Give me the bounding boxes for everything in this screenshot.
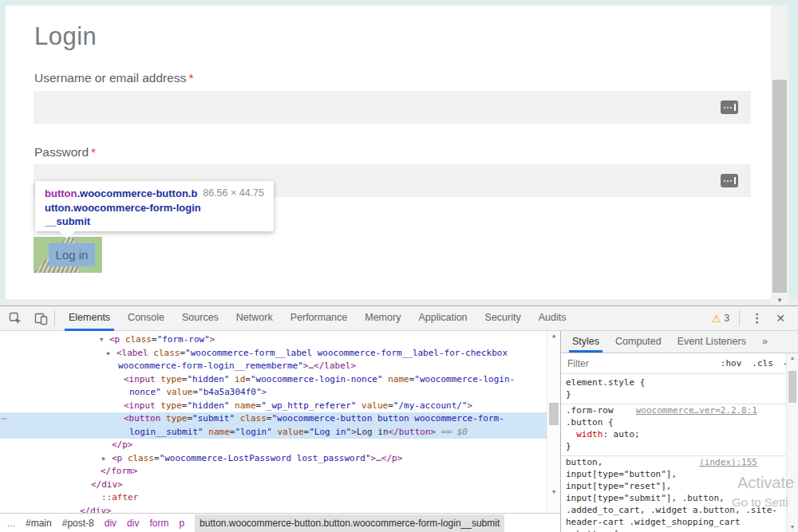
elements-panel: ▼<p class="form-row">▶<label class="wooc…: [0, 331, 560, 513]
elements-tree-line[interactable]: </div>: [0, 479, 560, 492]
node-options-icon[interactable]: ⋯: [2, 412, 6, 426]
expand-icon[interactable]: ▶: [102, 452, 112, 466]
tooltip-arrow: [59, 231, 75, 238]
devtools-toolbar: ElementsConsoleSourcesNetworkPerformance…: [0, 306, 798, 331]
elements-tree-line[interactable]: </form>: [0, 465, 560, 479]
devtools-tab-security[interactable]: Security: [476, 306, 530, 331]
style-rule-line[interactable]: button,(index):155: [566, 456, 789, 468]
style-rule-line[interactable]: .added_to_cart, .widget a.button, .site-: [566, 504, 789, 516]
elements-tree-line[interactable]: ▼<p class="form-row">: [0, 333, 560, 347]
elements-tree-line[interactable]: woocommerce-form-login__rememberme">…</l…: [0, 360, 560, 373]
password-label: Password*: [34, 145, 96, 160]
sidebar-more-tabs-icon[interactable]: »: [754, 331, 776, 353]
login-button[interactable]: Log in: [34, 237, 102, 273]
toolbar-divider: [54, 310, 55, 326]
device-toolbar-icon[interactable]: [30, 308, 51, 329]
style-rule-line[interactable]: input[type="reset"],: [566, 480, 789, 492]
breadcrumb-item[interactable]: ...: [7, 518, 15, 529]
style-rule-line[interactable]: header-cart .widget_shopping_cart: [566, 516, 789, 528]
stylesheet-source-link[interactable]: woocommerce…ver=2.2.8:1: [636, 404, 757, 416]
scrollbar-thumb[interactable]: [788, 371, 796, 403]
collapse-icon[interactable]: ▼: [100, 333, 109, 347]
page-bottom-strip: [0, 299, 798, 305]
breadcrumb-item[interactable]: #post-8: [62, 518, 94, 529]
style-rule-line[interactable]: .form-rowwoocommerce…ver=2.2.8:1: [566, 404, 789, 416]
elements-tree-line[interactable]: <input type="hidden" id="woocommerce-log…: [0, 373, 560, 387]
style-rule: .form-rowwoocommerce…ver=2.2.8:1.button …: [561, 404, 789, 456]
style-rule-line[interactable]: }: [566, 388, 789, 400]
devtools-tab-sources[interactable]: Sources: [173, 306, 227, 331]
page-content: [6, 6, 771, 299]
required-marker: *: [91, 145, 96, 159]
elements-tree-line[interactable]: ▶<label class="woocommerce-form__label w…: [0, 347, 560, 361]
breadcrumb-item[interactable]: div: [127, 518, 139, 529]
devtools-tab-application[interactable]: Application: [409, 306, 476, 331]
scroll-up-icon[interactable]: ▲: [787, 355, 798, 361]
devtools-tab-audits[interactable]: Audits: [530, 306, 575, 331]
elements-tree-line[interactable]: nonce" value="b4a5a304f0">: [0, 386, 560, 400]
devtools-tab-elements[interactable]: Elements: [60, 306, 119, 331]
credentials-icon[interactable]: [721, 174, 738, 187]
breadcrumb-item[interactable]: p: [179, 518, 184, 529]
elements-tree-line[interactable]: ⋯<button type="submit" class="woocommerc…: [0, 412, 560, 426]
tooltip-tag: button: [45, 187, 77, 199]
warning-count[interactable]: 3: [725, 313, 730, 324]
toolbar-divider: [739, 310, 740, 326]
elements-scrollbar[interactable]: ▲ ▼: [547, 331, 560, 513]
username-input[interactable]: [34, 91, 751, 124]
credentials-icon[interactable]: [721, 100, 738, 114]
styles-filter-row: :hov .cls +: [561, 353, 798, 374]
scrollbar-thumb[interactable]: [549, 403, 559, 425]
scroll-down-icon[interactable]: ▼: [771, 294, 788, 305]
breadcrumb-item[interactable]: #main: [26, 518, 52, 529]
stylesheet-source-link[interactable]: (index):155: [699, 456, 757, 468]
elements-tree-line[interactable]: ::after: [0, 491, 560, 505]
elements-tree-line[interactable]: ▶<p class="woocommerce-LostPassword lost…: [0, 452, 560, 466]
styles-content: element.style {}.form-rowwoocommerce…ver…: [561, 374, 789, 532]
warning-icon[interactable]: ⚠: [712, 313, 721, 325]
scroll-down-icon[interactable]: ▼: [787, 524, 798, 530]
breadcrumb: ...#main#post-8divdivformpbutton.woocomm…: [0, 513, 560, 532]
sidebar-tab-computed[interactable]: Computed: [607, 331, 670, 353]
devtools-tab-console[interactable]: Console: [119, 306, 173, 331]
breadcrumb-item[interactable]: div: [105, 518, 117, 529]
elements-tree-line[interactable]: </div>: [0, 505, 560, 514]
styles-scrollbar[interactable]: ▲ ▼: [786, 353, 798, 532]
toggle-hover-state-button[interactable]: :hov: [721, 358, 742, 368]
devtools-tab-performance[interactable]: Performance: [282, 306, 357, 331]
breadcrumb-item[interactable]: form: [149, 518, 168, 529]
style-rule-line[interactable]: width: auto;: [566, 428, 789, 440]
style-rule-line[interactable]: .button {: [566, 416, 789, 428]
style-rule-line[interactable]: element.style {: [566, 376, 789, 388]
inspect-element-icon[interactable]: [5, 308, 26, 329]
devtools-menu-icon[interactable]: ⋮: [743, 311, 771, 325]
elements-tree-line[interactable]: </p>: [0, 439, 560, 452]
styles-sidebar: StylesComputedEvent Listeners» :hov .cls…: [561, 331, 798, 532]
screen: Login Username or email address* Passwor…: [0, 0, 798, 532]
sidebar-tab-event-listeners[interactable]: Event Listeners: [670, 331, 754, 353]
scroll-up-icon[interactable]: ▲: [547, 333, 560, 339]
devtools-tab-memory[interactable]: Memory: [356, 306, 409, 331]
style-rule-line[interactable]: input[type="button"],: [566, 468, 789, 480]
elements-tree-line[interactable]: login__submit" name="login" value="Log i…: [0, 426, 560, 439]
browser-page: Login Username or email address* Passwor…: [0, 0, 798, 305]
login-button-label: Log in: [49, 243, 95, 266]
page-scrollbar[interactable]: ▼: [771, 6, 788, 305]
style-rule-line[interactable]: }: [566, 440, 789, 452]
scrollbar-thumb[interactable]: [772, 80, 787, 293]
expand-icon[interactable]: ▶: [107, 347, 117, 361]
tooltip-dimensions: 86.56 × 44.75: [203, 187, 264, 201]
elements-tree: ▼<p class="form-row">▶<label class="wooc…: [0, 333, 560, 513]
sidebar-tab-styles[interactable]: Styles: [564, 331, 607, 353]
style-rule-line[interactable]: a.button {: [566, 528, 789, 532]
scroll-down-icon[interactable]: ▼: [547, 489, 560, 495]
breadcrumb-item[interactable]: button.woocommerce-button.button.woocomm…: [195, 514, 504, 532]
style-rule: button,(index):155input[type="button"],i…: [561, 456, 789, 532]
styles-filter-input[interactable]: [567, 358, 710, 369]
required-marker: *: [188, 71, 193, 85]
elements-tree-line[interactable]: <input type="hidden" name="_wp_http_refe…: [0, 400, 560, 413]
devtools-tab-network[interactable]: Network: [227, 306, 282, 331]
devtools-close-icon[interactable]: ✕: [771, 312, 790, 325]
style-rule-line[interactable]: input[type="submit"], .button,: [566, 492, 789, 504]
toggle-class-button[interactable]: .cls: [752, 358, 773, 368]
